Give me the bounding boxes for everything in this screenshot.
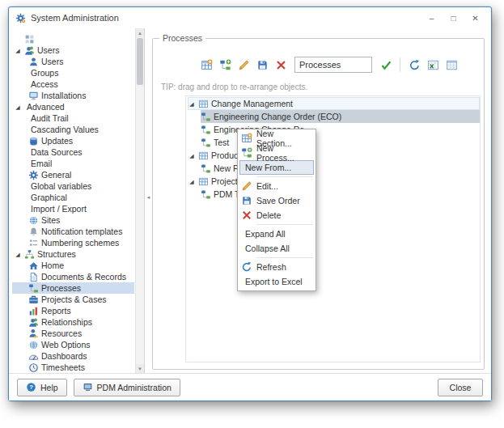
sidebar-item-notification-templates[interactable]: Notification templates (12, 226, 134, 237)
edit-button[interactable] (235, 57, 252, 73)
excel-icon (427, 59, 439, 71)
scroll-down-icon[interactable]: ▼ (136, 364, 144, 373)
sidebar-item-audit-trail[interactable]: Audit Trail (12, 112, 134, 124)
menu-item-expand-all[interactable]: Expand All (239, 227, 314, 241)
sidebar-item-email[interactable]: Email (12, 158, 134, 169)
close-button[interactable]: Close (438, 379, 483, 396)
tree-item-product-development[interactable]: ◢Product Development (188, 149, 480, 162)
sidebar-item-label: Cascading Values (31, 125, 99, 134)
sidebar-item-label: Updates (41, 136, 73, 146)
sidebar-item-users[interactable]: Users (12, 56, 134, 67)
sidebar-item-data-sources[interactable]: Data Sources (12, 146, 134, 158)
toolbar-separator (400, 57, 400, 72)
sidebar-item-documents-records[interactable]: Documents & Records (12, 271, 134, 282)
database-icon (28, 136, 39, 146)
sidebar-item-updates[interactable]: Updates (12, 135, 134, 146)
users-icon (28, 317, 39, 328)
expander-icon[interactable]: ◢ (14, 48, 22, 53)
apply-button[interactable] (378, 57, 394, 73)
processes-toolbar (198, 57, 460, 73)
chart-icon (28, 306, 39, 316)
sidebar-item-installations[interactable]: Installations (12, 90, 134, 101)
expander-icon[interactable]: ◢ (14, 104, 22, 110)
expander-icon[interactable]: ◢ (188, 153, 196, 159)
menu-item-delete[interactable]: Delete (239, 208, 314, 222)
expander-icon[interactable]: ◢ (14, 252, 22, 257)
menu-item-refresh[interactable]: Refresh (239, 260, 314, 274)
resource-icon (28, 328, 39, 339)
sidebar-item-label: Documents & Records (41, 272, 126, 282)
pdm-administration-button[interactable]: PDM Administration (74, 379, 180, 396)
sidebar-item-cascading-values[interactable]: Cascading Values (12, 124, 134, 135)
menu-item-label: New Process... (256, 143, 311, 163)
sidebar-item-processes[interactable]: Processes (12, 282, 134, 294)
refresh-icon (241, 261, 252, 273)
tree-item-project-from-pdm[interactable]: ◢Project From PDM (188, 175, 480, 188)
disk-icon (241, 195, 252, 206)
sidebar-scrollbar[interactable]: ▲ ▼ (135, 28, 144, 373)
export-excel-button[interactable] (425, 57, 441, 73)
menu-item-export-to-excel[interactable]: Export to Excel (239, 274, 314, 289)
close-icon[interactable]: ✕ (464, 11, 486, 26)
sidebar-item-numbering-schemes[interactable]: Numbering schemes (12, 237, 134, 248)
clock-icon (28, 362, 39, 373)
menu-item-save-order[interactable]: Save Order (239, 193, 314, 208)
sidebar-item-sites[interactable]: Sites (12, 214, 134, 226)
save-order-button[interactable] (254, 57, 270, 73)
home-icon (28, 261, 39, 271)
new-process-button[interactable] (217, 57, 233, 73)
tip-text: TIP: drag and drop to re-arrange objects… (161, 83, 307, 91)
tree-item-engineering-change-order-eco[interactable]: Engineering Change Order (ECO) (201, 110, 480, 123)
expander-icon[interactable]: ◢ (188, 179, 196, 184)
sidebar-item-label: Graphical (31, 193, 67, 202)
sidebar-item-groups[interactable]: Groups (12, 67, 134, 78)
sidebar-item-users[interactable]: ◢Users (12, 44, 134, 56)
delete-icon (275, 59, 287, 71)
pencil-icon (241, 180, 252, 192)
scroll-up-icon[interactable]: ▲ (136, 28, 144, 37)
sidebar-item-relationships[interactable]: Relationships (12, 316, 134, 328)
sidebar-item-import-export[interactable]: Import / Export (12, 203, 134, 214)
menu-item-collapse-all[interactable]: Collapse All (239, 241, 314, 256)
sidebar-item-web-options[interactable]: Web Options (12, 339, 134, 350)
process-icon (28, 283, 39, 294)
menu-item-new-process[interactable]: New Process... (239, 146, 314, 160)
sidebar-item-advanced[interactable]: ◢Advanced (12, 101, 134, 112)
new-section-button[interactable] (198, 57, 214, 73)
sidebar-item-root[interactable] (12, 33, 134, 44)
sidebar-item-label: Home (41, 261, 64, 270)
menu-item-label: New From... (245, 163, 291, 172)
expander-icon[interactable]: ◢ (188, 101, 196, 107)
titlebar[interactable]: System Administration – □ ✕ (9, 7, 491, 28)
sidebar-item-structures[interactable]: ◢Structures (12, 248, 134, 260)
sidebar-item-label: Web Options (41, 340, 91, 350)
delete-button[interactable] (273, 57, 289, 73)
sidebar-item-resources[interactable]: Resources (12, 328, 134, 339)
scroll-thumb[interactable] (137, 38, 143, 85)
sidebar-item-dashboards[interactable]: Dashboards (12, 350, 134, 362)
sidebar-item-projects-cases[interactable]: Projects & Cases (12, 294, 134, 305)
bell-icon (28, 227, 39, 237)
context-menu: New Section...New Process...New From...E… (237, 129, 316, 291)
sidebar-item-graphical[interactable]: Graphical (12, 192, 134, 203)
sidebar-item-general[interactable]: General (12, 169, 134, 180)
tree-item-change-management[interactable]: ◢Change Management (188, 97, 480, 110)
menu-separator (256, 176, 313, 177)
process-name-field[interactable] (294, 57, 372, 73)
sidebar-item-home[interactable]: Home (12, 260, 134, 271)
sidebar-item-label: Users (41, 57, 63, 66)
help-button[interactable]: ? Help (17, 379, 67, 396)
sidebar-item-reports[interactable]: Reports (12, 305, 134, 316)
minimize-button[interactable]: – (421, 11, 443, 26)
sidebar-item-global-variables[interactable]: Global variables (12, 180, 134, 192)
sidebar-item-timesheets[interactable]: Timesheets (12, 362, 134, 373)
refresh-button[interactable] (406, 57, 422, 73)
process-icon (201, 163, 211, 174)
menu-item-edit[interactable]: Edit... (239, 179, 314, 193)
sidebar-item-label: Projects & Cases (41, 295, 107, 304)
structure-icon (24, 249, 35, 260)
sidebar-item-access[interactable]: Access (12, 78, 134, 90)
maximize-button[interactable]: □ (443, 11, 464, 26)
main-panel: Processes TIP: drag and drop to re-arran… (146, 28, 491, 373)
grid-settings-button[interactable] (443, 57, 460, 73)
